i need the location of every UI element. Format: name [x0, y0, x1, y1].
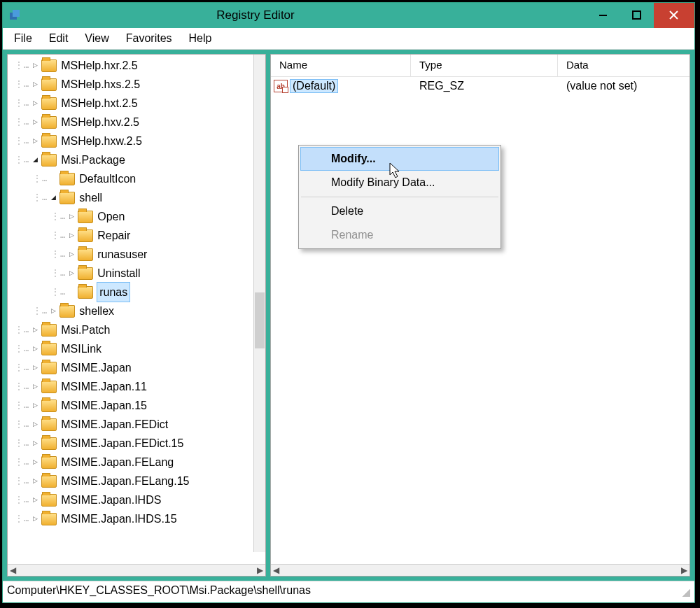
context-modify-binary[interactable]: Modify Binary Data...: [300, 171, 499, 195]
folder-icon: [78, 267, 93, 280]
tree-node[interactable]: ⋮…◢shell: [9, 188, 264, 207]
values-horizontal-scrollbar[interactable]: ◀▶: [271, 564, 690, 576]
tree-panel: ⋮…▷MSHelp.hxr.2.5⋮…▷MSHelp.hxs.2.5⋮…▷MSH…: [7, 54, 266, 577]
expand-icon[interactable]: ▷: [49, 307, 57, 316]
tree-node[interactable]: ⋮…▷MSHelp.hxt.2.5: [9, 94, 264, 113]
folder-icon: [41, 400, 57, 412]
menu-help[interactable]: Help: [182, 31, 219, 46]
expand-icon[interactable]: ▷: [31, 137, 39, 146]
tree-node[interactable]: ⋮…▷Uninstall: [9, 264, 264, 283]
expand-icon[interactable]: ▷: [67, 232, 76, 240]
window-title: Registry Editor: [22, 8, 587, 22]
folder-icon: [41, 475, 57, 488]
tree-node[interactable]: ⋮…▷MSHelp.hxs.2.5: [9, 75, 264, 94]
tree-node[interactable]: ⋮…▷MSHelp.hxw.2.5: [9, 132, 264, 150]
no-toggle-icon: [49, 175, 57, 183]
expand-icon[interactable]: ▷: [31, 458, 39, 467]
value-row[interactable]: ab(Default)REG_SZ(value not set): [271, 77, 690, 95]
menu-edit[interactable]: Edit: [42, 31, 76, 46]
expand-icon[interactable]: ▷: [31, 326, 39, 334]
tree-vertical-scrollbar[interactable]: [253, 55, 265, 552]
expand-icon[interactable]: ▷: [31, 118, 39, 127]
folder-icon: [41, 116, 57, 129]
folder-icon: [41, 78, 57, 91]
tree-node-label: MSHelp.hxt.2.5: [61, 94, 137, 113]
tree-node[interactable]: ⋮…runas: [9, 283, 264, 302]
tree-node[interactable]: ⋮…▷Repair: [9, 226, 264, 245]
tree-node[interactable]: ⋮…▷shellex: [9, 302, 264, 320]
expand-icon[interactable]: ▷: [31, 439, 39, 448]
context-delete[interactable]: Delete: [300, 199, 499, 223]
column-name[interactable]: Name: [271, 55, 411, 76]
tree-node-label: MSIME.Japan.FEDict: [61, 415, 168, 434]
expand-icon[interactable]: ▷: [31, 420, 39, 429]
tree-node[interactable]: ⋮…▷MSILink: [9, 339, 264, 358]
expand-icon[interactable]: ▷: [67, 269, 76, 278]
collapse-icon[interactable]: ◢: [49, 194, 57, 202]
tree-node[interactable]: ⋮…▷runasuser: [9, 245, 264, 264]
column-data[interactable]: Data: [558, 55, 690, 76]
expand-icon[interactable]: ▷: [67, 250, 76, 259]
tree-node[interactable]: ⋮…▷MSIME.Japan.FELang: [9, 453, 264, 472]
tree-node[interactable]: ⋮…▷MSHelp.hxr.2.5: [9, 56, 264, 75]
folder-icon: [41, 494, 57, 507]
tree-node[interactable]: ⋮…DefaultIcon: [9, 169, 264, 188]
tree-node[interactable]: ⋮…▷MSHelp.hxv.2.5: [9, 113, 264, 132]
folder-icon: [59, 192, 75, 204]
values-header[interactable]: Name Type Data: [271, 55, 690, 77]
resize-grip[interactable]: [680, 587, 690, 597]
folder-icon: [41, 437, 57, 450]
tree-node[interactable]: ⋮…▷Msi.Patch: [9, 320, 264, 339]
context-rename: Rename: [300, 223, 499, 247]
registry-tree[interactable]: ⋮…▷MSHelp.hxr.2.5⋮…▷MSHelp.hxs.2.5⋮…▷MSH…: [8, 55, 265, 530]
titlebar[interactable]: Registry Editor: [3, 3, 694, 28]
folder-icon: [41, 418, 57, 431]
expand-icon[interactable]: ▷: [31, 62, 39, 70]
expand-icon[interactable]: ▷: [67, 213, 76, 221]
expand-icon[interactable]: ▷: [31, 99, 39, 108]
app-icon: [8, 8, 22, 22]
expand-icon[interactable]: ▷: [31, 515, 39, 523]
collapse-icon[interactable]: ◢: [31, 156, 39, 164]
tree-node-label: MSHelp.hxv.2.5: [61, 113, 139, 132]
minimize-button[interactable]: [587, 3, 620, 28]
tree-node[interactable]: ⋮…◢Msi.Package: [9, 150, 264, 169]
tree-node-label: MSIME.Japan.15: [61, 396, 147, 415]
tree-node-label: runasuser: [97, 245, 147, 264]
tree-node[interactable]: ⋮…▷MSIME.Japan.FELang.15: [9, 472, 264, 490]
tree-node-label: DefaultIcon: [79, 169, 136, 188]
tree-node[interactable]: ⋮…▷MSIME.Japan.11: [9, 377, 264, 396]
tree-node-label: shell: [79, 188, 102, 207]
column-type[interactable]: Type: [411, 55, 558, 76]
expand-icon[interactable]: ▷: [31, 364, 39, 372]
tree-node[interactable]: ⋮…▷MSIME.Japan.IHDS.15: [9, 509, 264, 528]
tree-node-label: MSIME.Japan.FELang.15: [61, 472, 189, 490]
context-modify[interactable]: Modify...: [300, 147, 499, 171]
tree-node[interactable]: ⋮…▷Open: [9, 207, 264, 226]
tree-horizontal-scrollbar[interactable]: ◀▶: [8, 564, 265, 576]
close-button[interactable]: [654, 3, 694, 28]
expand-icon[interactable]: ▷: [31, 477, 39, 486]
expand-icon[interactable]: ▷: [31, 496, 39, 504]
menu-favorites[interactable]: Favorites: [119, 31, 179, 46]
folder-icon: [41, 381, 57, 393]
expand-icon[interactable]: ▷: [31, 402, 39, 410]
registry-editor-window: Registry Editor File Edit View Favorites…: [2, 2, 695, 603]
status-path: Computer\HKEY_CLASSES_ROOT\Msi.Package\s…: [7, 584, 311, 597]
tree-node[interactable]: ⋮…▷MSIME.Japan.15: [9, 396, 264, 415]
expand-icon[interactable]: ▷: [31, 383, 39, 391]
tree-node[interactable]: ⋮…▷MSIME.Japan.IHDS: [9, 490, 264, 509]
menu-view[interactable]: View: [78, 31, 115, 46]
folder-icon: [41, 154, 57, 167]
tree-node[interactable]: ⋮…▷MSIME.Japan.FEDict: [9, 415, 264, 434]
tree-node[interactable]: ⋮…▷MSIME.Japan.FEDict.15: [9, 434, 264, 453]
folder-icon: [59, 173, 75, 185]
folder-icon: [78, 286, 93, 299]
folder-icon: [41, 513, 57, 525]
tree-node-label: MSIME.Japan.IHDS.15: [61, 509, 176, 528]
menu-file[interactable]: File: [7, 31, 39, 46]
maximize-button[interactable]: [620, 3, 654, 28]
tree-node[interactable]: ⋮…▷MSIME.Japan: [9, 358, 264, 377]
expand-icon[interactable]: ▷: [31, 345, 39, 353]
expand-icon[interactable]: ▷: [31, 80, 39, 89]
